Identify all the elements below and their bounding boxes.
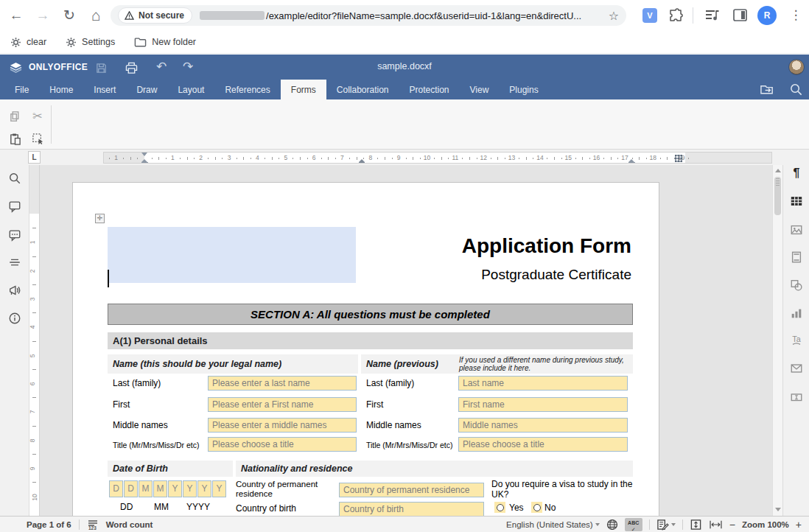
- ruler-tick: [152, 158, 153, 159]
- last-name-field[interactable]: Please enter a last name: [208, 376, 357, 391]
- extension-v-icon[interactable]: V: [642, 8, 657, 23]
- prev-middle-names-field[interactable]: Middle names: [458, 418, 628, 433]
- back-icon[interactable]: ←: [6, 5, 27, 26]
- paste-icon[interactable]: [7, 130, 23, 147]
- navigation-headings-icon[interactable]: [8, 256, 21, 269]
- ruler-tick: [166, 158, 167, 159]
- horizontal-ruler[interactable]: 112345678910111213141516171819: [103, 152, 772, 164]
- tab-home[interactable]: Home: [39, 80, 83, 99]
- shape-settings-icon[interactable]: [790, 279, 803, 292]
- image-settings-icon[interactable]: [790, 223, 803, 237]
- find-icon[interactable]: [8, 172, 21, 185]
- tab-view[interactable]: View: [460, 80, 500, 99]
- tab-stop-selector[interactable]: L: [28, 151, 41, 164]
- extensions-puzzle-icon[interactable]: [668, 7, 684, 24]
- tab-layout[interactable]: Layout: [167, 80, 214, 99]
- dob-digit-field[interactable]: Y: [168, 480, 182, 497]
- page-indicator[interactable]: Page 1 of 6: [27, 520, 71, 529]
- text-art-settings-icon[interactable]: Ta: [790, 334, 803, 347]
- tab-stop-marker[interactable]: [359, 159, 365, 164]
- dob-digit-field[interactable]: D: [109, 480, 123, 497]
- right-indent-marker[interactable]: [628, 159, 635, 164]
- dob-digit-field[interactable]: D: [124, 480, 138, 497]
- tab-references[interactable]: References: [214, 80, 280, 99]
- home-icon[interactable]: ⌂: [85, 5, 106, 26]
- address-bar[interactable]: Not secure /example/editor?fileName=samp…: [111, 5, 626, 26]
- copy-icon[interactable]: [7, 108, 23, 125]
- first-line-indent-marker[interactable]: [141, 153, 148, 156]
- prev-first-name-field[interactable]: First name: [458, 397, 628, 412]
- left-indent-marker[interactable]: [141, 159, 148, 164]
- profile-avatar[interactable]: R: [757, 6, 777, 25]
- residence-field[interactable]: Country of permanent residence: [339, 483, 484, 497]
- reload-icon[interactable]: ↻: [59, 5, 80, 26]
- paragraph-settings-icon[interactable]: ¶: [790, 167, 803, 180]
- mail-merge-settings-icon[interactable]: [790, 362, 803, 375]
- bookmark-star-icon[interactable]: ☆: [609, 9, 619, 23]
- scrollbar-thumb[interactable]: [774, 177, 781, 215]
- tab-insert[interactable]: Insert: [83, 80, 126, 99]
- track-changes-icon: [656, 519, 669, 531]
- title-field[interactable]: Please choose a title: [208, 437, 357, 452]
- ribbon-toolbar: ✂ Text Field Combo Box Dropdown Checkbox: [0, 99, 809, 150]
- tab-draw[interactable]: Draw: [126, 80, 167, 99]
- dob-digit-field[interactable]: Y: [212, 480, 226, 497]
- middle-names-field[interactable]: Please enter a middle names: [208, 418, 357, 433]
- feedback-icon[interactable]: [8, 284, 21, 297]
- zoom-out-button[interactable]: −: [729, 519, 735, 531]
- fit-page-icon[interactable]: [690, 519, 702, 531]
- bookmark-new-folder[interactable]: New folder: [134, 37, 196, 47]
- language-selector[interactable]: English (United States): [506, 520, 600, 529]
- dob-digit-field[interactable]: Y: [197, 480, 211, 497]
- dob-digit-field[interactable]: M: [139, 480, 153, 497]
- tab-plugins[interactable]: Plugins: [499, 80, 548, 99]
- document-language-globe-icon[interactable]: [606, 519, 618, 531]
- visa-yes-radio[interactable]: [494, 502, 505, 513]
- zoom-in-button[interactable]: +: [796, 519, 802, 531]
- vertical-ruler[interactable]: 12345678910: [29, 165, 40, 516]
- dob-digit-field[interactable]: M: [153, 480, 167, 497]
- first-name-field[interactable]: Please enter a First name: [208, 397, 357, 412]
- table-move-handle-icon[interactable]: ✛: [95, 214, 105, 223]
- chart-settings-icon[interactable]: [790, 307, 803, 320]
- fit-width-icon[interactable]: [709, 519, 723, 530]
- tab-collaboration[interactable]: Collaboration: [326, 80, 399, 99]
- forward-icon[interactable]: →: [32, 5, 53, 26]
- svg-text:Ta: Ta: [792, 335, 800, 343]
- bookmark-clear[interactable]: clear: [10, 37, 46, 48]
- cut-icon[interactable]: ✂: [29, 108, 46, 124]
- user-avatar[interactable]: [788, 59, 805, 75]
- media-controls-icon[interactable]: [704, 8, 721, 23]
- scroll-down-icon[interactable]: [775, 508, 781, 511]
- document-page[interactable]: ✛ Application Form Postgraduate Certific…: [73, 183, 659, 516]
- track-changes-button[interactable]: [656, 519, 676, 531]
- form-settings-icon[interactable]: [790, 391, 803, 404]
- vertical-scrollbar[interactable]: [772, 165, 782, 516]
- prev-title-field[interactable]: Please choose a title: [458, 437, 628, 452]
- comments-icon[interactable]: [8, 200, 21, 213]
- zoom-level[interactable]: Zoom 100%: [742, 520, 789, 529]
- dob-digit-field[interactable]: Y: [183, 480, 197, 497]
- select-all-icon[interactable]: [29, 130, 46, 147]
- side-panel-icon[interactable]: [732, 7, 748, 23]
- security-chip[interactable]: Not secure: [118, 7, 192, 24]
- chat-icon[interactable]: [8, 228, 21, 242]
- browser-menu-icon[interactable]: ⋮: [788, 6, 803, 25]
- word-count-button[interactable]: Word count: [106, 520, 153, 529]
- tab-protection[interactable]: Protection: [399, 80, 460, 99]
- table-settings-icon[interactable]: [790, 195, 803, 208]
- scroll-up-icon[interactable]: [775, 169, 781, 172]
- visa-no-radio[interactable]: [531, 502, 542, 513]
- tab-file[interactable]: File: [4, 80, 39, 99]
- open-file-location-icon[interactable]: [760, 83, 775, 96]
- spell-checking-button[interactable]: ABC✓: [625, 518, 642, 531]
- bookmark-settings[interactable]: Settings: [66, 37, 115, 48]
- ruler-number: 1: [114, 154, 118, 161]
- tab-forms[interactable]: Forms: [281, 80, 326, 99]
- image-form-field-placeholder[interactable]: [108, 227, 356, 283]
- headers-footers-settings-icon[interactable]: [790, 251, 803, 264]
- about-info-icon[interactable]: [8, 312, 21, 325]
- search-icon[interactable]: [789, 83, 803, 97]
- prev-last-name-field[interactable]: Last name: [458, 376, 628, 391]
- birth-field[interactable]: Country of birth: [339, 502, 484, 516]
